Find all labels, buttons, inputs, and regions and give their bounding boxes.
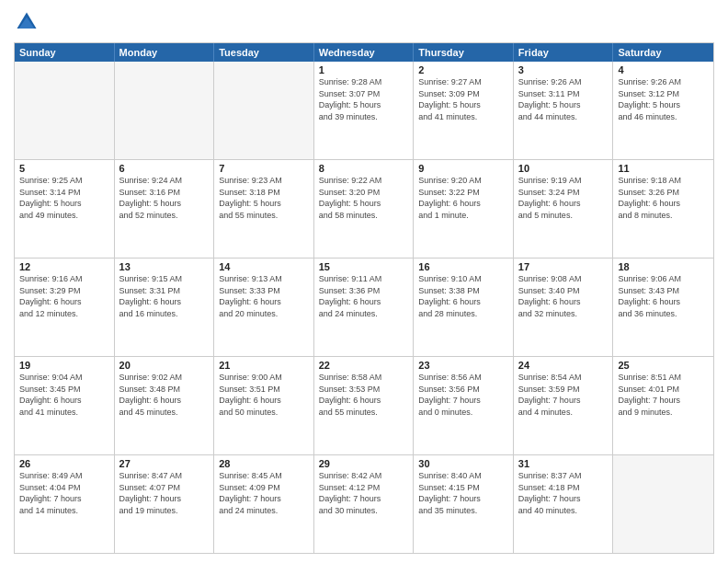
calendar-day-19: 19Sunrise: 9:04 AMSunset: 3:45 PMDayligh… (15, 357, 115, 454)
day-number: 2 (418, 64, 508, 75)
calendar-row-3: 19Sunrise: 9:04 AMSunset: 3:45 PMDayligh… (15, 356, 713, 454)
calendar-day-11: 11Sunrise: 9:18 AMSunset: 3:26 PMDayligh… (613, 160, 713, 258)
day-info: Sunrise: 8:56 AMSunset: 3:56 PMDaylight:… (418, 372, 508, 418)
day-number: 26 (19, 458, 109, 469)
day-info: Sunrise: 8:45 AMSunset: 4:09 PMDaylight:… (219, 470, 309, 516)
day-number: 12 (19, 261, 109, 272)
calendar-day-1: 1Sunrise: 9:28 AMSunset: 3:07 PMDaylight… (314, 62, 415, 159)
calendar-day-15: 15Sunrise: 9:11 AMSunset: 3:36 PMDayligh… (314, 259, 415, 356)
calendar-day-10: 10Sunrise: 9:19 AMSunset: 3:24 PMDayligh… (514, 160, 614, 258)
logo-icon (14, 9, 40, 35)
calendar-day-31: 31Sunrise: 8:37 AMSunset: 4:18 PMDayligh… (514, 455, 614, 553)
day-number: 30 (418, 458, 508, 469)
calendar-empty-cell (613, 455, 713, 553)
day-info: Sunrise: 8:40 AMSunset: 4:15 PMDaylight:… (418, 470, 508, 516)
day-info: Sunrise: 9:15 AMSunset: 3:31 PMDaylight:… (119, 273, 210, 319)
day-number: 6 (119, 163, 210, 174)
day-info: Sunrise: 8:42 AMSunset: 4:12 PMDaylight:… (319, 470, 409, 516)
day-info: Sunrise: 9:26 AMSunset: 3:11 PMDaylight:… (518, 76, 609, 122)
calendar-day-4: 4Sunrise: 9:26 AMSunset: 3:12 PMDaylight… (613, 62, 713, 159)
day-info: Sunrise: 9:08 AMSunset: 3:40 PMDaylight:… (518, 273, 609, 319)
day-info: Sunrise: 9:27 AMSunset: 3:09 PMDaylight:… (418, 76, 508, 122)
day-number: 7 (219, 163, 309, 174)
day-number: 29 (319, 458, 409, 469)
page: SundayMondayTuesdayWednesdayThursdayFrid… (0, 0, 728, 563)
day-number: 9 (418, 163, 508, 174)
calendar-row-1: 5Sunrise: 9:25 AMSunset: 3:14 PMDaylight… (15, 159, 713, 258)
day-number: 18 (618, 261, 709, 272)
calendar-day-14: 14Sunrise: 9:13 AMSunset: 3:33 PMDayligh… (214, 259, 314, 356)
calendar-day-7: 7Sunrise: 9:23 AMSunset: 3:18 PMDaylight… (214, 160, 314, 258)
day-info: Sunrise: 8:49 AMSunset: 4:04 PMDaylight:… (19, 470, 109, 516)
calendar-day-28: 28Sunrise: 8:45 AMSunset: 4:09 PMDayligh… (214, 455, 314, 553)
calendar-day-13: 13Sunrise: 9:15 AMSunset: 3:31 PMDayligh… (115, 259, 215, 356)
calendar-row-4: 26Sunrise: 8:49 AMSunset: 4:04 PMDayligh… (15, 454, 713, 553)
day-info: Sunrise: 9:25 AMSunset: 3:14 PMDaylight:… (19, 175, 109, 221)
calendar-day-21: 21Sunrise: 9:00 AMSunset: 3:51 PMDayligh… (214, 357, 314, 454)
weekday-header-thursday: Thursday (414, 43, 514, 62)
calendar-day-23: 23Sunrise: 8:56 AMSunset: 3:56 PMDayligh… (414, 357, 514, 454)
calendar-row-2: 12Sunrise: 9:16 AMSunset: 3:29 PMDayligh… (15, 258, 713, 356)
day-number: 17 (518, 261, 609, 272)
day-info: Sunrise: 9:16 AMSunset: 3:29 PMDaylight:… (19, 273, 109, 319)
calendar-day-30: 30Sunrise: 8:40 AMSunset: 4:15 PMDayligh… (414, 455, 514, 553)
calendar-day-27: 27Sunrise: 8:47 AMSunset: 4:07 PMDayligh… (115, 455, 215, 553)
calendar-day-26: 26Sunrise: 8:49 AMSunset: 4:04 PMDayligh… (15, 455, 115, 553)
day-number: 28 (219, 458, 309, 469)
calendar-empty-cell (15, 62, 115, 159)
day-number: 20 (119, 360, 210, 371)
weekday-header-sunday: Sunday (15, 43, 115, 62)
header (14, 9, 714, 35)
day-info: Sunrise: 9:20 AMSunset: 3:22 PMDaylight:… (418, 175, 508, 221)
day-number: 25 (618, 360, 709, 371)
calendar-day-25: 25Sunrise: 8:51 AMSunset: 4:01 PMDayligh… (613, 357, 713, 454)
day-info: Sunrise: 9:23 AMSunset: 3:18 PMDaylight:… (219, 175, 309, 221)
weekday-header-tuesday: Tuesday (214, 43, 314, 62)
day-info: Sunrise: 9:19 AMSunset: 3:24 PMDaylight:… (518, 175, 609, 221)
day-number: 15 (319, 261, 409, 272)
day-info: Sunrise: 8:47 AMSunset: 4:07 PMDaylight:… (119, 470, 210, 516)
calendar-day-5: 5Sunrise: 9:25 AMSunset: 3:14 PMDaylight… (15, 160, 115, 258)
calendar-day-6: 6Sunrise: 9:24 AMSunset: 3:16 PMDaylight… (115, 160, 215, 258)
day-info: Sunrise: 9:28 AMSunset: 3:07 PMDaylight:… (319, 76, 409, 122)
calendar-body: 1Sunrise: 9:28 AMSunset: 3:07 PMDaylight… (15, 62, 713, 553)
calendar-day-8: 8Sunrise: 9:22 AMSunset: 3:20 PMDaylight… (314, 160, 415, 258)
day-info: Sunrise: 8:58 AMSunset: 3:53 PMDaylight:… (319, 372, 409, 418)
calendar-day-22: 22Sunrise: 8:58 AMSunset: 3:53 PMDayligh… (314, 357, 415, 454)
calendar-day-2: 2Sunrise: 9:27 AMSunset: 3:09 PMDaylight… (414, 62, 514, 159)
day-number: 21 (219, 360, 309, 371)
weekday-header-monday: Monday (115, 43, 215, 62)
day-number: 27 (119, 458, 210, 469)
day-number: 23 (418, 360, 508, 371)
day-info: Sunrise: 9:06 AMSunset: 3:43 PMDaylight:… (618, 273, 709, 319)
day-number: 3 (518, 64, 609, 75)
day-number: 24 (518, 360, 609, 371)
day-info: Sunrise: 9:04 AMSunset: 3:45 PMDaylight:… (19, 372, 109, 418)
day-number: 13 (119, 261, 210, 272)
day-info: Sunrise: 8:51 AMSunset: 4:01 PMDaylight:… (618, 372, 709, 418)
calendar-day-16: 16Sunrise: 9:10 AMSunset: 3:38 PMDayligh… (414, 259, 514, 356)
day-number: 4 (618, 64, 709, 75)
calendar-empty-cell (214, 62, 314, 159)
day-info: Sunrise: 9:10 AMSunset: 3:38 PMDaylight:… (418, 273, 508, 319)
day-info: Sunrise: 9:24 AMSunset: 3:16 PMDaylight:… (119, 175, 210, 221)
day-number: 31 (518, 458, 609, 469)
day-info: Sunrise: 9:26 AMSunset: 3:12 PMDaylight:… (618, 76, 709, 122)
weekday-header-wednesday: Wednesday (314, 43, 415, 62)
day-info: Sunrise: 8:54 AMSunset: 3:59 PMDaylight:… (518, 372, 609, 418)
day-info: Sunrise: 8:37 AMSunset: 4:18 PMDaylight:… (518, 470, 609, 516)
day-info: Sunrise: 9:00 AMSunset: 3:51 PMDaylight:… (219, 372, 309, 418)
calendar-day-9: 9Sunrise: 9:20 AMSunset: 3:22 PMDaylight… (414, 160, 514, 258)
calendar-header: SundayMondayTuesdayWednesdayThursdayFrid… (15, 43, 713, 62)
calendar-day-18: 18Sunrise: 9:06 AMSunset: 3:43 PMDayligh… (613, 259, 713, 356)
calendar-empty-cell (115, 62, 215, 159)
day-number: 19 (19, 360, 109, 371)
calendar-day-12: 12Sunrise: 9:16 AMSunset: 3:29 PMDayligh… (15, 259, 115, 356)
calendar-day-3: 3Sunrise: 9:26 AMSunset: 3:11 PMDaylight… (514, 62, 614, 159)
weekday-header-friday: Friday (514, 43, 614, 62)
day-number: 10 (518, 163, 609, 174)
calendar-row-0: 1Sunrise: 9:28 AMSunset: 3:07 PMDaylight… (15, 62, 713, 159)
day-number: 16 (418, 261, 508, 272)
day-info: Sunrise: 9:02 AMSunset: 3:48 PMDaylight:… (119, 372, 210, 418)
weekday-header-saturday: Saturday (613, 43, 713, 62)
